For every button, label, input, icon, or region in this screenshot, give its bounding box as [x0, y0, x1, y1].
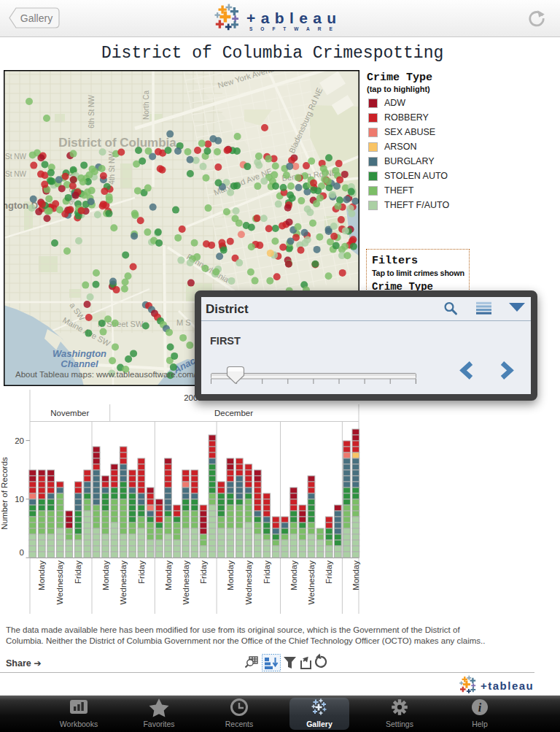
- svg-text:Monday: Monday: [164, 560, 173, 590]
- svg-text:Monday: Monday: [101, 560, 110, 590]
- svg-text:Friday: Friday: [137, 560, 146, 584]
- svg-text:Friday: Friday: [262, 560, 271, 584]
- svg-text:+tableau: +tableau: [481, 679, 534, 692]
- svg-text:St NW: St NW: [5, 153, 26, 161]
- svg-text:SOFTWARE: SOFTWARE: [249, 26, 341, 31]
- svg-text:Wednesday: Wednesday: [244, 560, 253, 605]
- svg-text:North Ca: North Ca: [142, 90, 150, 120]
- svg-text:Washington: Washington: [52, 348, 106, 359]
- svg-text:+ableau: +ableau: [246, 9, 342, 26]
- svg-text:10: 10: [15, 495, 24, 504]
- svg-text:Monday: Monday: [351, 560, 360, 590]
- svg-text:i: i: [478, 701, 482, 714]
- svg-text:Wednesday: Wednesday: [307, 560, 316, 605]
- svg-text:6th St NW: 6th St NW: [88, 95, 96, 128]
- svg-text:Friday: Friday: [199, 560, 208, 584]
- svg-text:Wednesday: Wednesday: [119, 560, 128, 605]
- svg-text:Friday: Friday: [324, 560, 333, 584]
- svg-text:Gallery: Gallery: [20, 12, 52, 24]
- svg-text:Wednesday: Wednesday: [55, 560, 64, 605]
- svg-text:Wednesday: Wednesday: [182, 560, 190, 605]
- svg-text:St NW: St NW: [5, 170, 26, 178]
- svg-text:0: 0: [20, 548, 24, 557]
- svg-text:Monday: Monday: [289, 560, 298, 590]
- svg-text:Friday: Friday: [74, 560, 82, 584]
- svg-text:December: December: [214, 409, 253, 417]
- svg-text:Monday: Monday: [37, 560, 46, 590]
- svg-text:Number of Records: Number of Records: [0, 457, 9, 530]
- svg-text:November: November: [50, 409, 89, 417]
- svg-text:Monday: Monday: [226, 560, 235, 590]
- svg-text:Channel: Channel: [61, 358, 98, 369]
- svg-text:M S: M S: [176, 318, 191, 327]
- svg-text:District of Columbia: District of Columbia: [58, 136, 176, 150]
- svg-text:20: 20: [15, 436, 24, 445]
